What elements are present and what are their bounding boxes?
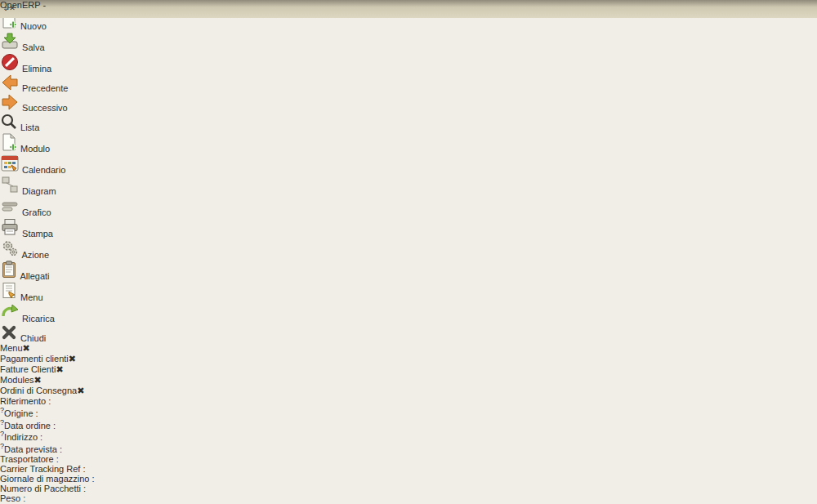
close-x-icon xyxy=(0,333,20,343)
tab-close-icon[interactable]: ✖ xyxy=(77,386,84,395)
delete-button[interactable]: Elimina xyxy=(0,52,817,74)
diagram-button: Diagram xyxy=(0,175,817,196)
tab-label: Modules xyxy=(0,375,34,385)
previous-button-label: Precedente xyxy=(22,83,68,93)
form-view-button-label: Modulo xyxy=(20,144,50,154)
menu-button-label: Menu xyxy=(20,292,43,302)
new-button-label: Nuovo xyxy=(20,21,47,31)
carrier-ref-label: Carrier Tracking Ref : xyxy=(0,464,817,474)
attachments-button[interactable]: Allegati xyxy=(0,260,817,281)
openerp-window: ✕ ⌄ ▫ OpenERP - File Utente Modulo Opzio… xyxy=(0,0,817,504)
peso-label: Peso : xyxy=(0,493,817,503)
reload-button-label: Ricarica xyxy=(22,314,55,323)
numero-pacchetti-label: Numero di Pacchetti : xyxy=(0,484,817,493)
origine-label: ?Origine : xyxy=(0,406,817,418)
no-entry-icon xyxy=(0,64,22,74)
reload-icon xyxy=(0,314,22,323)
tab-close-icon[interactable]: ✖ xyxy=(56,364,63,374)
next-button-label: Successivo xyxy=(22,103,68,113)
print-button-label: Stampa xyxy=(22,229,53,239)
toolbar: Nuovo Salva Elimina Precedente Successiv… xyxy=(0,10,817,343)
calendar-icon xyxy=(0,165,22,175)
arrow-right-icon xyxy=(0,103,22,113)
list-view-button-label: Lista xyxy=(20,123,39,132)
calendar-button[interactable]: Calendario xyxy=(0,154,817,175)
calendar-button-label: Calendario xyxy=(22,165,65,175)
close-tab-button-label: Chiudi xyxy=(20,333,46,343)
riferimento-label: Riferimento : xyxy=(0,396,817,406)
new-document-icon xyxy=(0,21,20,31)
tab-modules[interactable]: Modules✖ xyxy=(0,375,817,386)
window-maximize-icon[interactable]: ▫ xyxy=(0,3,11,15)
search-icon xyxy=(0,123,20,132)
tab-fatture-clienti[interactable]: Fatture Clienti✖ xyxy=(0,364,817,375)
attachments-button-label: Allegati xyxy=(20,271,49,281)
menu-button[interactable]: Menu xyxy=(0,281,817,302)
arrow-left-icon xyxy=(0,83,22,93)
indirizzo-label: ?Indirizzo : xyxy=(0,430,817,442)
menu-document-icon xyxy=(0,292,20,302)
tab-label: Pagamenti clienti xyxy=(0,354,69,364)
save-button[interactable]: Salva xyxy=(0,31,817,52)
tab-close-icon[interactable]: ✖ xyxy=(23,343,30,353)
list-view-button[interactable]: Lista xyxy=(0,113,817,132)
title-bar[interactable]: ✕ ⌄ ▫ OpenERP - xyxy=(0,0,817,18)
data-ordine-label: ?Data ordine : xyxy=(0,418,817,430)
data-prevista-label: ?Data prevista : xyxy=(0,442,817,454)
graph-icon xyxy=(0,207,22,217)
tab-label: Menu xyxy=(0,343,23,353)
reload-button[interactable]: Ricarica xyxy=(0,302,817,323)
previous-button[interactable]: Precedente xyxy=(0,74,817,93)
form-document-icon xyxy=(0,144,20,154)
diagram-icon xyxy=(0,186,22,196)
giornale-label: Giornale di magazzino : xyxy=(0,474,817,484)
tab-close-icon[interactable]: ✖ xyxy=(34,375,42,385)
tab-strip: Menu✖ Pagamenti clienti✖ Fatture Clienti… xyxy=(0,343,817,396)
form-view-button[interactable]: Modulo xyxy=(0,132,817,154)
close-tab-button[interactable]: Chiudi xyxy=(0,323,817,343)
tab-ordini-di-consegna[interactable]: Ordini di Consegna✖ xyxy=(0,386,817,396)
print-button[interactable]: Stampa xyxy=(0,217,817,239)
action-button[interactable]: Azione xyxy=(0,239,817,260)
tab-close-icon[interactable]: ✖ xyxy=(69,354,76,364)
gears-icon xyxy=(0,250,21,260)
tab-label: Fatture Clienti xyxy=(0,364,56,374)
window-title: OpenERP - xyxy=(0,0,817,10)
save-icon xyxy=(0,42,22,52)
graph-button-label: Grafico xyxy=(22,207,51,217)
graph-button: Grafico xyxy=(0,196,817,217)
tab-menu[interactable]: Menu✖ xyxy=(0,343,817,354)
clipboard-icon xyxy=(0,271,20,281)
delete-button-label: Elimina xyxy=(22,64,51,74)
printer-icon xyxy=(0,229,22,239)
tab-pagamenti-clienti[interactable]: Pagamenti clienti✖ xyxy=(0,354,817,364)
diagram-button-label: Diagram xyxy=(22,186,56,196)
action-button-label: Azione xyxy=(21,250,49,260)
tab-label: Ordini di Consegna xyxy=(0,386,77,395)
next-button[interactable]: Successivo xyxy=(0,93,817,113)
save-button-label: Salva xyxy=(22,42,45,52)
trasportatore-label: Trasportatore : xyxy=(0,454,817,464)
